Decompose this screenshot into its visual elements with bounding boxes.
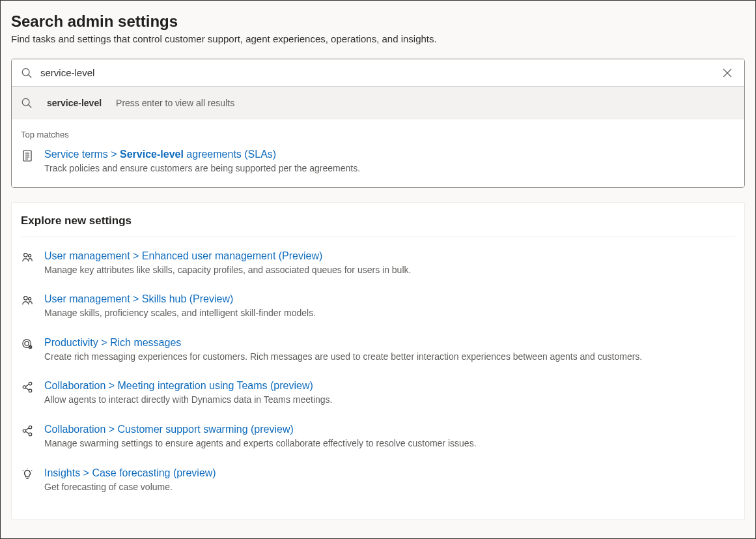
explore-item: Productivity > Rich messagesCreate rich … [21,337,735,364]
share-icon [21,424,34,437]
search-bar[interactable] [12,59,744,87]
explore-item-link[interactable]: User management > Skills hub (Preview) [44,293,233,305]
search-suggestion-row[interactable]: service-level Press enter to view all re… [12,87,744,119]
explore-item: Collaboration > Customer support swarmin… [21,424,735,450]
svg-point-25 [23,430,26,433]
svg-line-24 [25,388,29,390]
explore-item-description: Create rich messaging experiences for cu… [44,351,735,364]
top-match-description: Track policies and ensure customers are … [44,162,735,175]
svg-line-23 [25,385,29,387]
explore-item-link[interactable]: Insights > Case forecasting (preview) [44,467,216,479]
explore-item-link[interactable]: Productivity > Rich messages [44,337,181,349]
svg-point-20 [23,386,26,389]
explore-item-description: Allow agents to interact directly with D… [44,394,735,407]
svg-point-12 [29,254,31,257]
explore-item-link[interactable]: Collaboration > Customer support swarmin… [44,424,294,435]
suggestion-term: service-level [47,98,102,108]
svg-point-11 [24,253,27,256]
explore-item-description: Manage swarming settings to ensure agent… [44,437,735,450]
svg-point-15 [23,340,31,348]
svg-point-21 [29,383,32,386]
explore-title: Explore new settings [21,214,735,237]
page-title: Search admin settings [11,12,745,31]
explore-item-description: Get forecasting of case volume. [44,481,735,494]
svg-point-4 [22,98,29,106]
top-matches-label: Top matches [21,130,735,139]
admin-settings-search-page: Search admin settings Find tasks and set… [0,0,756,539]
explore-item-description: Manage key attributes like skills, capac… [44,264,735,277]
svg-point-26 [29,426,32,429]
explore-item-link[interactable]: User management > Enhanced user manageme… [44,250,322,262]
svg-point-16 [25,342,29,345]
svg-point-0 [22,68,29,76]
people-icon [21,293,34,306]
share-icon [21,380,34,393]
explore-item: Collaboration > Meeting integration usin… [21,380,735,407]
people-icon [21,250,34,263]
clear-search-button[interactable] [720,65,735,81]
svg-line-5 [29,104,32,108]
svg-point-13 [24,297,27,300]
svg-rect-6 [23,151,31,161]
search-icon [21,67,33,79]
svg-line-33 [31,470,32,471]
explore-item-link[interactable]: Collaboration > Meeting integration usin… [44,380,313,392]
page-subtitle: Find tasks and settings that control cus… [11,33,745,44]
svg-line-29 [25,431,29,434]
svg-line-1 [29,74,32,78]
document-icon [21,149,34,162]
explore-item: User management > Enhanced user manageme… [21,250,735,277]
top-match-link[interactable]: Service terms > Service-level agreements… [44,149,276,160]
bulb-icon [21,467,34,480]
explore-item: Insights > Case forecasting (preview)Get… [21,467,735,494]
top-matches-section: Top matches Service terms > Service-leve… [12,119,744,187]
explore-item-description: Manage skills, proficiency scales, and i… [44,307,735,320]
top-match-result: Service terms > Service-level agreements… [21,149,735,175]
explore-item: User management > Skills hub (Preview)Ma… [21,293,735,320]
search-panel: service-level Press enter to view all re… [11,59,745,188]
search-icon [21,97,33,109]
search-input[interactable] [39,66,720,79]
svg-line-32 [23,470,23,471]
explore-settings-card: Explore new settings User management > E… [11,202,745,521]
svg-point-14 [29,297,31,300]
explore-list: User management > Enhanced user manageme… [21,250,735,494]
svg-point-27 [29,433,32,436]
suggestion-hint: Press enter to view all results [116,98,234,108]
svg-point-22 [29,390,32,393]
target-icon [21,337,34,350]
svg-line-28 [25,428,29,430]
